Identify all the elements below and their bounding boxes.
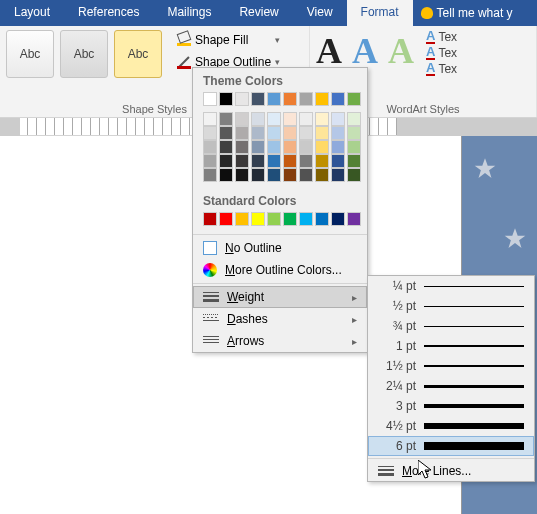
color-swatch[interactable] bbox=[315, 92, 329, 106]
color-swatch[interactable] bbox=[299, 212, 313, 226]
weight-option[interactable]: 1 pt bbox=[368, 336, 534, 356]
color-swatch[interactable] bbox=[299, 92, 313, 106]
wordart-style-3[interactable]: A bbox=[388, 30, 414, 72]
color-swatch[interactable] bbox=[251, 92, 265, 106]
color-swatch[interactable] bbox=[203, 154, 217, 168]
color-swatch[interactable] bbox=[251, 112, 265, 126]
color-swatch[interactable] bbox=[315, 212, 329, 226]
tab-mailings[interactable]: Mailings bbox=[153, 0, 225, 26]
weight-option[interactable]: 1½ pt bbox=[368, 356, 534, 376]
text-outline-button[interactable]: ATex bbox=[426, 46, 457, 60]
color-swatch[interactable] bbox=[235, 212, 249, 226]
color-swatch[interactable] bbox=[203, 168, 217, 182]
color-swatch[interactable] bbox=[315, 168, 329, 182]
color-swatch[interactable] bbox=[283, 112, 297, 126]
text-effects-button[interactable]: ATex bbox=[426, 62, 457, 76]
color-swatch[interactable] bbox=[331, 212, 345, 226]
shape-style-1[interactable]: Abc bbox=[6, 30, 54, 78]
color-swatch[interactable] bbox=[203, 112, 217, 126]
weight-item[interactable]: Weight ▸ bbox=[193, 286, 367, 308]
weight-option[interactable]: ¾ pt bbox=[368, 316, 534, 336]
color-swatch[interactable] bbox=[299, 154, 313, 168]
color-swatch[interactable] bbox=[267, 126, 281, 140]
color-swatch[interactable] bbox=[347, 112, 361, 126]
color-swatch[interactable] bbox=[267, 92, 281, 106]
color-swatch[interactable] bbox=[219, 140, 233, 154]
weight-option[interactable]: 2¼ pt bbox=[368, 376, 534, 396]
color-swatch[interactable] bbox=[219, 212, 233, 226]
wordart-style-2[interactable]: A bbox=[352, 30, 378, 72]
color-swatch[interactable] bbox=[315, 126, 329, 140]
color-swatch[interactable] bbox=[347, 92, 361, 106]
more-outline-colors-item[interactable]: More Outline Colors... bbox=[193, 259, 367, 281]
weight-option[interactable]: ½ pt bbox=[368, 296, 534, 316]
color-swatch[interactable] bbox=[347, 140, 361, 154]
wordart-style-1[interactable]: A bbox=[316, 30, 342, 72]
weight-option[interactable]: ¼ pt bbox=[368, 276, 534, 296]
shape-style-3[interactable]: Abc bbox=[114, 30, 162, 78]
tell-me-search[interactable]: Tell me what y bbox=[413, 0, 521, 26]
color-swatch[interactable] bbox=[331, 126, 345, 140]
color-swatch[interactable] bbox=[299, 140, 313, 154]
color-swatch[interactable] bbox=[235, 140, 249, 154]
color-swatch[interactable] bbox=[203, 126, 217, 140]
color-swatch[interactable] bbox=[235, 92, 249, 106]
color-swatch[interactable] bbox=[219, 168, 233, 182]
color-swatch[interactable] bbox=[235, 126, 249, 140]
color-swatch[interactable] bbox=[299, 112, 313, 126]
arrows-item[interactable]: Arrows ▸ bbox=[193, 330, 367, 352]
shape-style-2[interactable]: Abc bbox=[60, 30, 108, 78]
color-swatch[interactable] bbox=[347, 212, 361, 226]
color-swatch[interactable] bbox=[267, 212, 281, 226]
tab-review[interactable]: Review bbox=[225, 0, 292, 26]
color-swatch[interactable] bbox=[347, 168, 361, 182]
color-swatch[interactable] bbox=[219, 154, 233, 168]
color-swatch[interactable] bbox=[203, 140, 217, 154]
color-swatch[interactable] bbox=[331, 112, 345, 126]
color-swatch[interactable] bbox=[315, 140, 329, 154]
more-lines-item[interactable]: More Lines... bbox=[368, 461, 534, 481]
color-swatch[interactable] bbox=[235, 154, 249, 168]
weight-option[interactable]: 4½ pt bbox=[368, 416, 534, 436]
color-swatch[interactable] bbox=[251, 126, 265, 140]
weight-option[interactable]: 6 pt bbox=[368, 436, 534, 456]
dashes-item[interactable]: Dashes ▸ bbox=[193, 308, 367, 330]
color-swatch[interactable] bbox=[203, 212, 217, 226]
star-shape[interactable] bbox=[472, 156, 498, 182]
color-swatch[interactable] bbox=[203, 92, 217, 106]
color-swatch[interactable] bbox=[267, 112, 281, 126]
color-swatch[interactable] bbox=[331, 154, 345, 168]
color-swatch[interactable] bbox=[331, 140, 345, 154]
text-fill-button[interactable]: ATex bbox=[426, 30, 457, 44]
color-swatch[interactable] bbox=[283, 140, 297, 154]
color-swatch[interactable] bbox=[283, 92, 297, 106]
color-swatch[interactable] bbox=[267, 154, 281, 168]
color-swatch[interactable] bbox=[235, 168, 249, 182]
color-swatch[interactable] bbox=[251, 154, 265, 168]
color-swatch[interactable] bbox=[283, 126, 297, 140]
no-outline-item[interactable]: No Outline bbox=[193, 237, 367, 259]
weight-option[interactable]: 3 pt bbox=[368, 396, 534, 416]
color-swatch[interactable] bbox=[251, 140, 265, 154]
color-swatch[interactable] bbox=[331, 92, 345, 106]
tab-references[interactable]: References bbox=[64, 0, 153, 26]
shape-fill-button[interactable]: Shape Fill ▾ bbox=[172, 30, 285, 50]
color-swatch[interactable] bbox=[219, 112, 233, 126]
color-swatch[interactable] bbox=[219, 92, 233, 106]
color-swatch[interactable] bbox=[267, 140, 281, 154]
color-swatch[interactable] bbox=[315, 154, 329, 168]
star-shape[interactable] bbox=[502, 226, 528, 252]
color-swatch[interactable] bbox=[347, 154, 361, 168]
color-swatch[interactable] bbox=[235, 112, 249, 126]
color-swatch[interactable] bbox=[251, 212, 265, 226]
color-swatch[interactable] bbox=[251, 168, 265, 182]
color-swatch[interactable] bbox=[283, 154, 297, 168]
tab-layout[interactable]: Layout bbox=[0, 0, 64, 26]
tab-view[interactable]: View bbox=[293, 0, 347, 26]
color-swatch[interactable] bbox=[347, 126, 361, 140]
color-swatch[interactable] bbox=[299, 168, 313, 182]
color-swatch[interactable] bbox=[283, 168, 297, 182]
tab-format[interactable]: Format bbox=[347, 0, 413, 26]
color-swatch[interactable] bbox=[267, 168, 281, 182]
color-swatch[interactable] bbox=[283, 212, 297, 226]
